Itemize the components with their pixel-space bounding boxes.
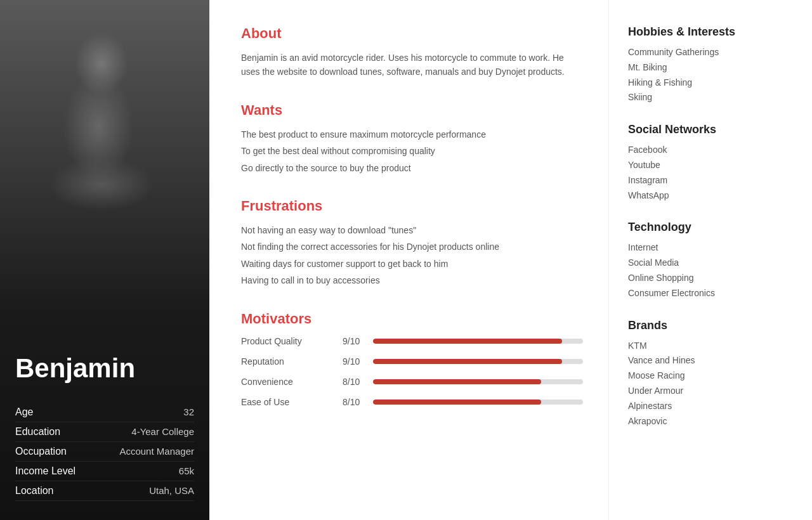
sidebar-content: Hobbies & Interests Community Gatherings… <box>609 0 812 520</box>
social-network-item: Facebook <box>628 143 793 158</box>
hobby-item: Community Gatherings <box>628 45 793 60</box>
motivator-bar-fill <box>373 359 562 364</box>
motivator-row: Ease of Use 8/10 <box>241 397 583 407</box>
social-network-item: Youtube <box>628 158 793 173</box>
frustrations-item: Waiting days for customer support to get… <box>241 257 583 271</box>
hobby-item: Skiing <box>628 90 793 105</box>
brand-item: Moose Racing <box>628 368 793 384</box>
wants-item: To get the best deal without compromisin… <box>241 144 583 158</box>
stat-row: Education 4-Year College <box>15 422 194 442</box>
motivators-section: Motivators Product Quality 9/10 Reputati… <box>241 311 583 407</box>
wants-item: The best product to ensure maximum motor… <box>241 127 583 141</box>
motivator-row: Product Quality 9/10 <box>241 336 583 346</box>
motivator-label: Ease of Use <box>241 397 343 407</box>
motivator-bar-track <box>373 359 583 364</box>
motivator-bar-track <box>373 400 583 405</box>
social-network-item: Instagram <box>628 173 793 188</box>
brand-item: Akrapovic <box>628 414 793 429</box>
persona-name: Benjamin <box>15 353 194 384</box>
frustrations-section: Frustrations Not having an easy way to d… <box>241 198 583 288</box>
motivator-score: 8/10 <box>343 397 368 407</box>
stat-label: Education <box>15 426 60 438</box>
social-networks-title: Social Networks <box>628 123 793 136</box>
motivator-row: Convenience 8/10 <box>241 377 583 387</box>
brand-item: KTM <box>628 339 793 354</box>
wants-title: Wants <box>241 102 583 119</box>
stat-label: Income Level <box>15 465 75 477</box>
hobbies-list: Community GatheringsMt. BikingHiking & F… <box>628 45 793 105</box>
technology-item: Internet <box>628 240 793 256</box>
stat-label: Age <box>15 406 33 418</box>
frustrations-list: Not having an easy way to download "tune… <box>241 223 583 288</box>
brands-title: Brands <box>628 319 793 332</box>
stat-value: 65k <box>179 465 194 476</box>
motivator-bar-fill <box>373 400 541 405</box>
hobby-item: Hiking & Fishing <box>628 75 793 91</box>
brand-item: Vance and Hines <box>628 353 793 368</box>
stat-label: Location <box>15 485 54 497</box>
motivators-list: Product Quality 9/10 Reputation 9/10 Con… <box>241 336 583 407</box>
wants-section: Wants The best product to ensure maximum… <box>241 102 583 175</box>
hobbies-title: Hobbies & Interests <box>628 25 793 39</box>
technology-item: Consumer Electronics <box>628 286 793 301</box>
frustrations-item: Not having an easy way to download "tune… <box>241 223 583 237</box>
motivator-label: Product Quality <box>241 336 343 346</box>
about-title: About <box>241 25 583 42</box>
motivator-bar-fill <box>373 339 562 344</box>
wants-item: Go directly to the source to buy the pro… <box>241 161 583 175</box>
main-content: About Benjamin is an avid motorcycle rid… <box>209 0 609 520</box>
motivator-label: Convenience <box>241 377 343 387</box>
motivators-title: Motivators <box>241 311 583 327</box>
right-content: About Benjamin is an avid motorcycle rid… <box>209 0 812 520</box>
motivator-score: 8/10 <box>343 377 368 387</box>
stat-row: Income Level 65k <box>15 462 194 481</box>
motivator-label: Reputation <box>241 356 343 367</box>
about-section: About Benjamin is an avid motorcycle rid… <box>241 25 583 79</box>
technology-section: Technology InternetSocial MediaOnline Sh… <box>628 221 793 301</box>
technology-title: Technology <box>628 221 793 234</box>
social-networks-section: Social Networks FacebookYoutubeInstagram… <box>628 123 793 203</box>
motivator-bar-track <box>373 339 583 344</box>
about-text: Benjamin is an avid motorcycle rider. Us… <box>241 51 583 79</box>
motivator-score: 9/10 <box>343 356 368 367</box>
motivator-bar-track <box>373 379 583 384</box>
stat-row: Location Utah, USA <box>15 481 194 501</box>
wants-list: The best product to ensure maximum motor… <box>241 127 583 175</box>
brands-list: KTMVance and HinesMoose RacingUnder Armo… <box>628 339 793 429</box>
technology-list: InternetSocial MediaOnline ShoppingConsu… <box>628 240 793 301</box>
about-text-container: Benjamin is an avid motorcycle rider. Us… <box>241 51 583 79</box>
hobby-item: Mt. Biking <box>628 60 793 75</box>
stat-value: Account Manager <box>119 446 194 457</box>
stat-value: 32 <box>183 406 194 417</box>
frustrations-title: Frustrations <box>241 198 583 214</box>
technology-item: Social Media <box>628 256 793 271</box>
stat-label: Occupation <box>15 446 67 457</box>
motivator-bar-fill <box>373 379 541 384</box>
stat-value: Utah, USA <box>149 485 194 496</box>
stat-value: 4-Year College <box>131 426 194 437</box>
brand-item: Alpinestars <box>628 399 793 414</box>
stats-list: Age 32 Education 4-Year College Occupati… <box>15 403 194 501</box>
technology-item: Online Shopping <box>628 271 793 286</box>
hobbies-section: Hobbies & Interests Community Gatherings… <box>628 25 793 105</box>
stat-row: Occupation Account Manager <box>15 442 194 462</box>
motivator-score: 9/10 <box>343 336 368 346</box>
frustrations-item: Not finding the correct accessories for … <box>241 240 583 254</box>
social-network-item: WhatsApp <box>628 188 793 204</box>
brand-item: Under Armour <box>628 384 793 399</box>
stat-row: Age 32 <box>15 403 194 422</box>
social-networks-list: FacebookYoutubeInstagramWhatsApp <box>628 143 793 203</box>
left-panel: Benjamin Age 32 Education 4-Year College… <box>0 0 209 520</box>
persona-info-overlay: Benjamin Age 32 Education 4-Year College… <box>0 338 209 520</box>
frustrations-item: Having to call in to buy accessories <box>241 273 583 287</box>
persona-photo <box>0 0 209 317</box>
motivator-row: Reputation 9/10 <box>241 356 583 367</box>
brands-section: Brands KTMVance and HinesMoose RacingUnd… <box>628 319 793 429</box>
